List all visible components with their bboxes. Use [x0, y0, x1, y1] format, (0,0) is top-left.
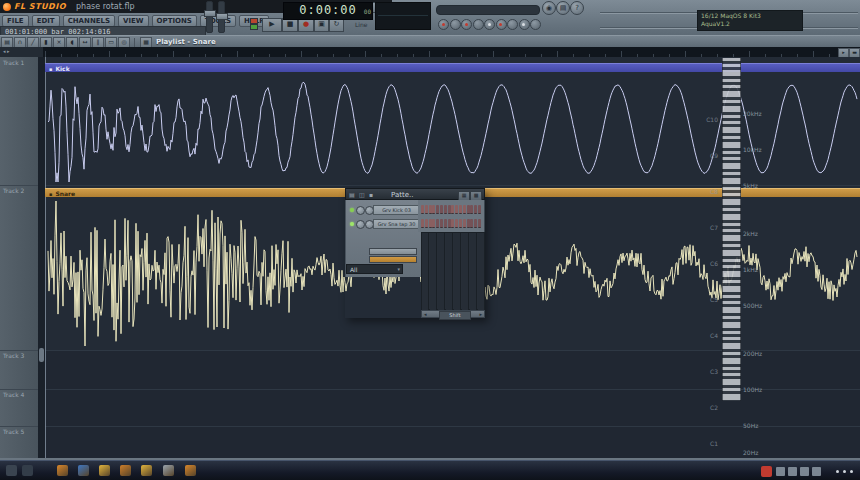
step-cell[interactable] [440, 205, 443, 214]
ruler-corner-controls[interactable]: ◂ ▸ [0, 47, 43, 57]
step-cell[interactable] [463, 205, 466, 214]
step-edit-button[interactable]: ▣ [314, 18, 329, 32]
shift-right-icon[interactable]: ▸ [479, 311, 482, 318]
tray-record-icon[interactable] [761, 466, 772, 477]
taskbar-app-icon[interactable] [22, 465, 33, 476]
pencil-icon[interactable]: ╱ [27, 37, 39, 48]
step-cell[interactable] [455, 205, 458, 214]
step-cell[interactable] [474, 219, 477, 228]
toolbar-led-button[interactable] [450, 19, 461, 30]
channel-1-mute-led[interactable] [350, 208, 354, 212]
step-cell[interactable] [470, 219, 473, 228]
channel-1-button[interactable]: Grv Kick 03 [373, 205, 420, 215]
step-cell[interactable] [451, 219, 454, 228]
step-cell[interactable] [440, 219, 443, 228]
graph-column[interactable] [446, 233, 453, 311]
quick-launch-icon[interactable] [99, 465, 110, 476]
graph-column[interactable] [454, 233, 461, 311]
channel-2-button[interactable]: Grv Sna tap 30 [373, 219, 420, 229]
quick-launch-icon[interactable] [120, 465, 131, 476]
step-cell[interactable] [429, 219, 432, 228]
mute-icon[interactable]: ◖ [66, 37, 78, 48]
quick-launch-icon[interactable] [141, 465, 152, 476]
step-cell[interactable] [459, 219, 462, 228]
loop-record-button[interactable]: ↻ [329, 18, 344, 32]
help-button[interactable]: ? [570, 1, 584, 15]
tray-icon[interactable] [812, 467, 821, 476]
song-mode-led[interactable] [250, 24, 258, 30]
toolbar-led-button[interactable] [438, 19, 449, 30]
step-cell[interactable] [455, 219, 458, 228]
graph-column[interactable] [438, 233, 445, 311]
master-volume-slider[interactable] [206, 1, 213, 33]
stop-button[interactable]: ■ [282, 18, 298, 32]
volume-slider-handle[interactable] [204, 10, 216, 17]
quick-launch-icon[interactable] [78, 465, 89, 476]
swing-slider-track[interactable] [369, 248, 417, 255]
step-cell[interactable] [444, 205, 447, 214]
channel-2-pan-knob[interactable] [356, 220, 365, 229]
step-cell[interactable] [421, 219, 424, 228]
step-cell[interactable] [467, 205, 470, 214]
track-header-2[interactable]: Track 2 [3, 187, 24, 194]
graph-column[interactable] [430, 233, 437, 311]
slice-icon[interactable]: ∥ [92, 37, 104, 48]
paint-icon[interactable]: ▮ [40, 37, 52, 48]
zoom-icon[interactable]: ◎ [118, 37, 130, 48]
step-cell[interactable] [425, 205, 428, 214]
tray-icon[interactable] [788, 467, 797, 476]
step-cell[interactable] [459, 205, 462, 214]
step-cell[interactable] [463, 219, 466, 228]
track-header-5[interactable]: Track 5 [3, 428, 24, 435]
step-cell[interactable] [421, 205, 424, 214]
toolbar-led-button[interactable] [473, 19, 484, 30]
step-cell[interactable] [425, 219, 428, 228]
toolbar-led-button[interactable] [530, 19, 541, 30]
scrollbar-handle[interactable] [39, 348, 44, 362]
step-cell[interactable] [432, 219, 435, 228]
quick-launch-icon[interactable] [185, 465, 196, 476]
play-button[interactable]: ▶ [262, 18, 282, 32]
channel-1-pan-knob[interactable] [356, 206, 365, 215]
graph-column[interactable] [422, 233, 429, 311]
track-header-3[interactable]: Track 3 [3, 352, 24, 359]
shift-left-icon[interactable]: ◂ [424, 311, 427, 318]
step-cell[interactable] [444, 219, 447, 228]
toolbar-led-button[interactable] [496, 19, 507, 30]
quick-launch-icon[interactable] [163, 465, 174, 476]
pitch-slider-handle[interactable] [216, 13, 228, 20]
channel-filter-dropdown[interactable]: All ▾ [346, 264, 403, 274]
magnet-icon[interactable]: ∩ [14, 37, 26, 48]
browser-button[interactable]: ▤ [556, 1, 570, 15]
step-cell[interactable] [474, 205, 477, 214]
quick-launch-icon[interactable] [57, 465, 68, 476]
toolbar-led-button[interactable] [519, 19, 530, 30]
rack-detach-icon[interactable]: ◫ [359, 191, 365, 199]
swing-slider[interactable] [369, 256, 417, 263]
step-cell[interactable] [451, 205, 454, 214]
menu-icon[interactable]: ▤ [1, 37, 13, 48]
step-cell[interactable] [448, 205, 451, 214]
shift-button[interactable]: Shift [439, 311, 471, 320]
graph-column[interactable] [462, 233, 469, 311]
master-pitch-slider[interactable] [218, 1, 225, 33]
record-button[interactable]: ● [298, 18, 314, 32]
delete-icon[interactable]: × [53, 37, 65, 48]
step-cell[interactable] [478, 219, 481, 228]
taskbar-app-icon[interactable] [6, 465, 17, 476]
rack-menu-icon[interactable]: ▤ [349, 191, 355, 199]
track-header-4[interactable]: Track 4 [3, 391, 24, 398]
step-cell[interactable] [470, 205, 473, 214]
toolbar-led-button[interactable] [484, 19, 495, 30]
step-cell[interactable] [436, 219, 439, 228]
channel-rack-titlebar[interactable]: ▤ ◫ ▪ Patte.. ▦ ▩ [345, 188, 485, 200]
toolbar-led-button[interactable] [507, 19, 518, 30]
tray-icon[interactable] [776, 467, 785, 476]
select-icon[interactable]: ▭ [105, 37, 117, 48]
slip-icon[interactable]: ↔ [79, 37, 91, 48]
track-header-1[interactable]: Track 1 [3, 59, 24, 66]
step-cell[interactable] [467, 219, 470, 228]
step-cell[interactable] [436, 205, 439, 214]
tray-icon[interactable] [800, 467, 809, 476]
step-cell[interactable] [429, 205, 432, 214]
